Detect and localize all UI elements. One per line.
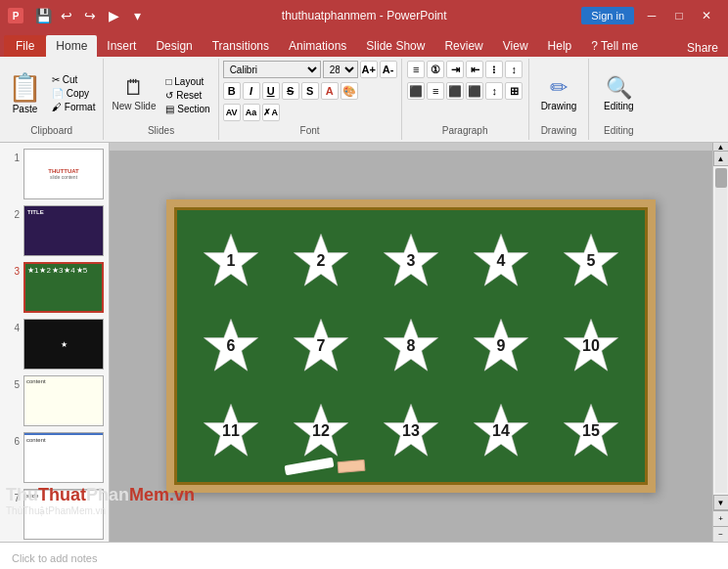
line-spacing-button[interactable]: ↕ [485, 82, 503, 100]
slide-canvas[interactable]: 1 2 [166, 199, 656, 493]
tab-view[interactable]: View [493, 35, 538, 57]
slide-item-4[interactable]: 4 ★ [0, 317, 109, 372]
para-row-1: ≡ ① ⇥ ⇤ ⫶ ↕ [407, 61, 523, 78]
tab-file[interactable]: File [4, 35, 46, 57]
paragraph-content: ≡ ① ⇥ ⇤ ⫶ ↕ ⬛ ≡ ⬛ ⬛ ↕ ⊞ [407, 61, 523, 125]
star-item-7[interactable]: 7 [279, 307, 363, 386]
shadow-button[interactable]: S [301, 82, 319, 100]
text-direction-button[interactable]: ↕ [505, 61, 523, 78]
font-name-select[interactable]: Calibri [223, 61, 321, 78]
slide-item-3[interactable]: 3 ★1 ★2 ★3 ★4 ★5 [0, 260, 109, 315]
outdent-button[interactable]: ⇤ [466, 61, 483, 78]
tab-review[interactable]: Review [434, 35, 492, 57]
present-button[interactable]: ▶ [104, 6, 123, 25]
star-item-15[interactable]: 15 [549, 391, 633, 470]
align-right-button[interactable]: ⬛ [446, 82, 464, 100]
new-slide-button[interactable]: 🗒 New Slide [108, 72, 159, 114]
font-case-button[interactable]: Aa [243, 104, 260, 121]
tab-right: Share [677, 39, 728, 57]
zoom-out-small[interactable]: − [713, 526, 729, 542]
star-number-5: 5 [587, 252, 596, 270]
share-button[interactable]: Share [677, 39, 728, 57]
maximize-button[interactable]: □ [665, 5, 693, 26]
tab-slideshow[interactable]: Slide Show [356, 35, 434, 57]
minimize-button[interactable]: ─ [638, 5, 665, 26]
layout-button[interactable]: □ Layout [161, 75, 213, 88]
bullets-button[interactable]: ≡ [407, 61, 425, 78]
copy-button[interactable]: 📄 Copy [48, 87, 99, 100]
star-item-11[interactable]: 11 [189, 391, 273, 470]
increase-font-button[interactable]: A+ [360, 61, 378, 78]
title-bar-controls: 💾 ↩ ↪ ▶ ▾ [33, 6, 147, 25]
star-item-8[interactable]: 8 [369, 307, 453, 386]
underline-button[interactable]: U [262, 82, 280, 100]
slide-item-6[interactable]: 6 content [0, 430, 109, 485]
save-button[interactable]: 💾 [33, 6, 53, 25]
char-spacing-button[interactable]: AV [223, 104, 241, 121]
star-item-10[interactable]: 10 [549, 307, 633, 386]
slide-num-2: 2 [4, 209, 20, 220]
reset-button[interactable]: ↺ Reset [161, 89, 213, 102]
tab-transitions[interactable]: Transitions [203, 35, 279, 57]
star-item-5[interactable]: 5 [549, 222, 633, 301]
font-row-3: AV Aa ✗A [223, 104, 280, 121]
ribbon-tabs: File Home Insert Design Transitions Anim… [0, 31, 728, 57]
section-button[interactable]: ▤ Section [161, 103, 213, 115]
star-item-1[interactable]: 1 [189, 222, 273, 301]
slides-content: 🗒 New Slide □ Layout ↺ Reset ▤ Section [108, 61, 213, 125]
drawing-button[interactable]: ✏ Drawing [533, 71, 585, 115]
tab-home[interactable]: Home [46, 35, 97, 57]
star-item-13[interactable]: 13 [369, 391, 453, 470]
format-painter-button[interactable]: 🖌 Format [48, 101, 99, 113]
redo-button[interactable]: ↪ [80, 6, 100, 25]
decrease-font-button[interactable]: A- [380, 61, 397, 78]
slide-item-5[interactable]: 5 content [0, 373, 109, 428]
font-size-select[interactable]: 28 [323, 61, 358, 78]
tab-animations[interactable]: Animations [279, 35, 356, 57]
font-color-button[interactable]: A [321, 82, 339, 100]
tab-help[interactable]: Help [538, 35, 582, 57]
slide-thumb-6: content [23, 432, 104, 483]
zoom-in-small[interactable]: + [713, 510, 729, 526]
star-item-4[interactable]: 4 [459, 222, 543, 301]
close-button[interactable]: ✕ [693, 5, 720, 26]
scroll-down-button[interactable]: ▼ [713, 495, 729, 510]
star-item-14[interactable]: 14 [459, 391, 543, 470]
notes-area[interactable]: Click to add notes [0, 542, 728, 569]
italic-button[interactable]: I [243, 82, 260, 100]
star-item-6[interactable]: 6 [189, 307, 273, 386]
indent-button[interactable]: ⇥ [446, 61, 464, 78]
smartart-button[interactable]: ⊞ [505, 82, 523, 100]
align-center-button[interactable]: ≡ [427, 82, 444, 100]
star-item-3[interactable]: 3 [369, 222, 453, 301]
star-item-9[interactable]: 9 [459, 307, 543, 386]
scroll-up-button[interactable]: ▲ [713, 151, 729, 166]
drawing-group-label: Drawing [533, 125, 585, 138]
align-left-button[interactable]: ⬛ [407, 82, 425, 100]
tab-tell-me[interactable]: ? Tell me [581, 35, 648, 57]
undo-button[interactable]: ↩ [57, 6, 76, 25]
star-number-7: 7 [317, 337, 326, 355]
customize-button[interactable]: ▾ [127, 6, 147, 25]
cut-button[interactable]: ✂ Cut [48, 73, 99, 86]
tab-insert[interactable]: Insert [97, 35, 146, 57]
scroll-up-btn[interactable]: ▲ [712, 143, 728, 151]
paste-button[interactable]: 📋 Paste [4, 67, 46, 118]
numbering-button[interactable]: ① [427, 61, 444, 78]
tab-design[interactable]: Design [146, 35, 202, 57]
bold-button[interactable]: B [223, 82, 241, 100]
window-controls: ─ □ ✕ [638, 5, 720, 26]
clear-format-button[interactable]: ✗A [262, 104, 280, 121]
slide-num-1: 1 [4, 153, 20, 163]
justify-button[interactable]: ⬛ [466, 82, 483, 100]
star-number-15: 15 [582, 422, 600, 440]
slide-item-2[interactable]: 2 TITLE [0, 203, 109, 258]
signin-button[interactable]: Sign in [581, 7, 634, 24]
editing-button[interactable]: 🔍 Editing [596, 71, 642, 115]
star-item-2[interactable]: 2 [279, 222, 363, 301]
font-bg-color-button[interactable]: 🎨 [341, 82, 358, 100]
columns-button[interactable]: ⫶ [485, 61, 503, 78]
scroll-thumb[interactable] [715, 168, 727, 188]
slide-item-1[interactable]: 1 THUTTUAT slide content [0, 147, 109, 201]
strikethrough-button[interactable]: S [282, 82, 299, 100]
